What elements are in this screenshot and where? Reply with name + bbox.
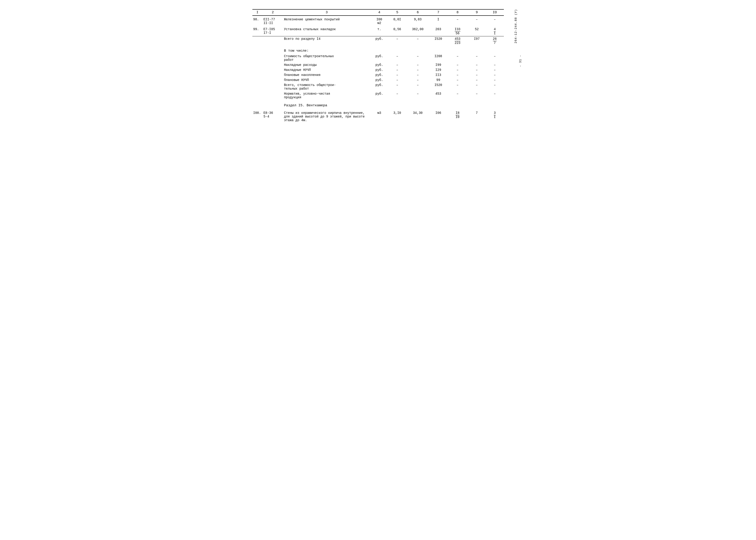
row-col6: – xyxy=(406,36,429,46)
row-unit: руб. xyxy=(370,54,388,63)
row-code xyxy=(262,63,283,68)
row-col5: – xyxy=(388,72,406,77)
row-col5: 3,I0 xyxy=(388,109,406,123)
row-col10: 3I xyxy=(486,109,504,123)
row-code: Е7-I85I7-I xyxy=(262,26,283,36)
row-desc: Накладные расходы xyxy=(283,63,370,68)
row-col9: – xyxy=(468,72,486,77)
row-num: 99. xyxy=(252,26,263,36)
row-col6: – xyxy=(406,72,429,77)
row-col10: – xyxy=(486,16,504,26)
table-row: Всего по разделу I4руб.––I520453223I9726… xyxy=(252,36,504,46)
row-col8: – xyxy=(447,63,468,68)
row-col6: 34,30 xyxy=(406,109,429,123)
row-col9: – xyxy=(468,54,486,63)
col1-header: I xyxy=(252,9,263,16)
col7-header: 7 xyxy=(429,9,447,16)
row-code xyxy=(262,36,283,46)
row-num xyxy=(252,77,263,82)
row-col6: – xyxy=(406,63,429,68)
side-label-top: 264-12-244.88 (У) xyxy=(514,9,518,44)
row-desc: Всего по разделу I4 xyxy=(283,36,370,46)
table-row: Накладные НУЧП руб. – – I29 – – – xyxy=(252,68,504,72)
row-col8: – xyxy=(447,54,468,63)
col8-header: 8 xyxy=(447,9,468,16)
row-unit: руб. xyxy=(370,72,388,77)
row-col9: – xyxy=(468,63,486,68)
row-col9: 7 xyxy=(468,109,486,123)
row-col9: I97 xyxy=(468,36,486,46)
row-col7: 453 xyxy=(429,91,447,100)
row-col8: – xyxy=(447,72,468,77)
row-col7: I520 xyxy=(429,36,447,46)
col3-header: 3 xyxy=(283,9,370,16)
row-col8: – xyxy=(447,91,468,100)
row-desc: Стоимость общестроительныхработ xyxy=(283,54,370,63)
section-title: Раздел I5. Венткамера xyxy=(283,100,504,109)
row-col9: – xyxy=(468,91,486,100)
row-col8: – xyxy=(447,77,468,82)
row-unit: I00м2 xyxy=(370,16,388,26)
table-row: Плановые НУЧП руб. – – 99 – – – xyxy=(252,77,504,82)
row-col5: – xyxy=(388,68,406,72)
row-col6: 362,00 xyxy=(406,26,429,36)
row-unit: м3 xyxy=(370,109,388,123)
row-unit: руб. xyxy=(370,36,388,46)
table-row: Стоимость общестроительныхработ руб. – –… xyxy=(252,54,504,63)
row-num xyxy=(252,36,263,46)
table-header: I 2 3 4 5 6 7 8 9 IO xyxy=(252,9,504,16)
row-col7: 99 xyxy=(429,77,447,82)
row-desc: Стены из керамического кирпича внутренни… xyxy=(283,109,370,123)
col10-header: IO xyxy=(486,9,504,16)
row-col8: 453223 xyxy=(447,36,468,46)
row-col5: – xyxy=(388,82,406,91)
row-unit: руб. xyxy=(370,82,388,91)
row-col10: – xyxy=(486,77,504,82)
row-col7: I520 xyxy=(429,82,447,91)
row-col5: – xyxy=(388,77,406,82)
row-col6: – xyxy=(406,54,429,63)
table-row: Накладные расходы руб. – – I99 – – – xyxy=(252,63,504,68)
row-col7: I06 xyxy=(429,109,447,123)
col6-header: 6 xyxy=(406,9,429,16)
row-code: ЕII-77II-II xyxy=(262,16,283,26)
row-col10: – xyxy=(486,54,504,63)
row-unit: руб. xyxy=(370,63,388,68)
row-col6: – xyxy=(406,68,429,72)
table-row: Раздел I5. Венткамера xyxy=(252,100,504,109)
row-desc: Установка стальных накладок xyxy=(283,26,370,36)
row-col8: – xyxy=(447,68,468,72)
row-col5: 0,56 xyxy=(388,26,406,36)
row-col9: 52 xyxy=(468,26,486,36)
row-col5: – xyxy=(388,36,406,46)
row-col10: 4I xyxy=(486,26,504,36)
row-desc: В том числе: xyxy=(283,46,504,54)
row-col10: – xyxy=(486,72,504,77)
row-num xyxy=(252,54,263,63)
row-col7: I208 xyxy=(429,54,447,63)
empty-cell xyxy=(252,46,283,54)
row-code xyxy=(262,68,283,72)
row-col9: – xyxy=(468,82,486,91)
row-desc: Плановые накопления xyxy=(283,72,370,77)
row-col9: – xyxy=(468,68,486,72)
row-num xyxy=(252,91,263,100)
main-table: I 2 3 4 5 6 7 8 9 IO 98.ЕII-77II-IIЖелез… xyxy=(252,9,504,123)
row-col5: – xyxy=(388,91,406,100)
row-col7: I99 xyxy=(429,63,447,68)
row-num xyxy=(252,72,263,77)
row-col8: – xyxy=(447,16,468,26)
page-container: 264-12-244.88 (У) - 31 - I 2 3 4 5 6 7 8… xyxy=(252,9,504,123)
row-col6: – xyxy=(406,82,429,91)
col5-header: 5 xyxy=(388,9,406,16)
row-num: I00. xyxy=(252,109,263,123)
col2-header: 2 xyxy=(262,9,283,16)
row-code xyxy=(262,77,283,82)
row-col7: II3 xyxy=(429,72,447,77)
row-col5: – xyxy=(388,54,406,63)
row-unit: т. xyxy=(370,26,388,36)
empty-cell xyxy=(252,100,283,109)
row-code xyxy=(262,72,283,77)
row-col10: – xyxy=(486,63,504,68)
row-num xyxy=(252,68,263,72)
